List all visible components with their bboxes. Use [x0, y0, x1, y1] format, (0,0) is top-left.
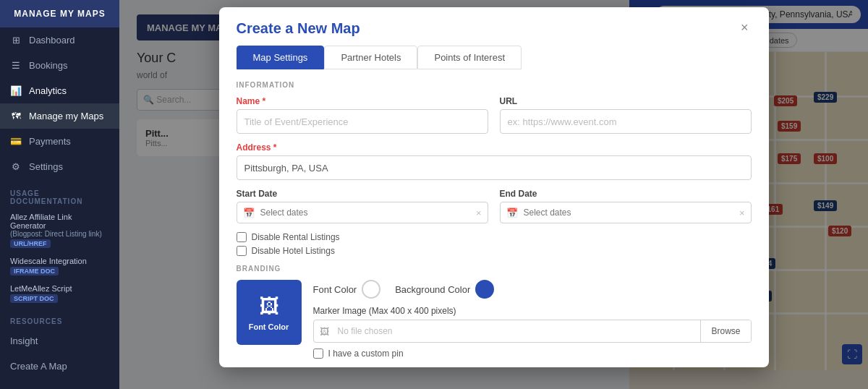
file-placeholder: No file chosen — [335, 326, 701, 336]
payments-icon: 💳 — [10, 136, 22, 147]
disable-rental-label: Disable Rental Listings — [252, 232, 340, 242]
analytics-icon: 📊 — [10, 85, 22, 96]
font-color-option: Font Color — [313, 280, 381, 299]
color-preview-label: Font Color — [249, 322, 289, 331]
start-date-input[interactable] — [260, 202, 470, 223]
modal-close-button[interactable]: × — [738, 20, 752, 35]
font-color-picker[interactable] — [362, 280, 380, 299]
sidebar-item-settings[interactable]: ⚙ Settings — [0, 154, 119, 179]
widescale-label: Widescale Integration — [10, 257, 109, 265]
name-label: Name * — [237, 96, 488, 106]
address-group: Address * — [237, 142, 752, 180]
sidebar-nav: ⊞ Dashboard ☰ Bookings 📊 Analytics 🗺 Man… — [0, 27, 119, 389]
font-color-label: Font Color — [313, 284, 357, 295]
color-preview-box: 🖼 Font Color — [237, 280, 302, 345]
calendar-icon-end: 📅 — [501, 208, 524, 218]
tab-partner-hotels[interactable]: Partner Hotels — [324, 46, 417, 69]
background-color-picker[interactable] — [475, 280, 494, 299]
letme-label: LetMeAllez Script — [10, 284, 109, 293]
settings-icon: ⚙ — [10, 161, 22, 172]
disable-rental-checkbox[interactable]: Disable Rental Listings — [237, 232, 752, 242]
address-input[interactable] — [237, 155, 752, 180]
file-input-row: 🖼 No file chosen Browse — [313, 320, 752, 343]
tab-map-settings[interactable]: Map Settings — [237, 46, 325, 69]
image-icon: 🖼 — [259, 294, 279, 318]
start-date-group: Start Date 📅 × — [237, 189, 488, 223]
create-map-label: Create A Map — [10, 361, 67, 372]
checkbox-row: Disable Rental Listings Disable Hotel Li… — [237, 232, 752, 256]
dashboard-icon: ⊞ — [10, 35, 22, 46]
color-row: Font Color Background Color — [313, 280, 752, 299]
name-group: Name * — [237, 96, 488, 134]
sidebar-item-create-map[interactable]: Create A Map — [0, 354, 119, 379]
address-label: Address * — [237, 142, 752, 153]
marker-row: Marker Image (Max 400 x 400 pixels) 🖼 No… — [313, 306, 752, 343]
affiliate-badge: URL/HREF — [10, 239, 51, 248]
widescale-badge: IFRAME DOC — [10, 267, 59, 275]
start-date-clear-button[interactable]: × — [470, 208, 488, 218]
disable-hotel-input[interactable] — [237, 246, 247, 256]
branding-options: Font Color Background Color Marker Image… — [313, 280, 752, 359]
modal-header: Create a New Map × — [219, 7, 769, 37]
modal-tabs: Map Settings Partner Hotels Points of In… — [219, 37, 769, 69]
branding-row: 🖼 Font Color Font Color Background Color — [237, 280, 752, 359]
start-date-label: Start Date — [237, 189, 488, 199]
url-group: URL — [500, 96, 752, 134]
information-section-label: INFORMATION — [237, 81, 752, 89]
disable-rental-input[interactable] — [237, 232, 247, 242]
sidebar-item-label: Bookings — [29, 60, 67, 71]
sidebar-item-manage-maps[interactable]: 🗺 Manage my Maps — [0, 103, 119, 129]
end-date-input[interactable] — [524, 202, 733, 223]
end-date-clear-button[interactable]: × — [733, 208, 751, 218]
custom-pin-input[interactable] — [313, 349, 323, 359]
browse-button[interactable]: Browse — [700, 320, 750, 342]
end-date-input-wrap: 📅 × — [500, 202, 752, 223]
sidebar: MANAGE MY MAPS ⊞ Dashboard ☰ Bookings 📊 … — [0, 0, 119, 389]
sidebar-item-bookings[interactable]: ☰ Bookings — [0, 53, 119, 78]
modal-title: Create a New Map — [237, 20, 360, 37]
main-area: 🌐 Filters 👥 2 Guests Select dates $70 $2… — [119, 0, 868, 389]
insight-label: Insight — [10, 335, 38, 346]
name-url-row: Name * URL — [237, 96, 752, 134]
modal-body: INFORMATION Name * URL Address * — [219, 69, 769, 367]
usage-item-widescale[interactable]: Widescale Integration IFRAME DOC — [0, 252, 119, 280]
end-date-group: End Date 📅 × — [500, 189, 752, 223]
marker-label: Marker Image (Max 400 x 400 pixels) — [313, 306, 752, 316]
background-color-label: Background Color — [395, 284, 470, 295]
custom-pin-checkbox[interactable]: I have a custom pin — [313, 349, 752, 359]
custom-pin-label: I have a custom pin — [328, 349, 404, 359]
disable-hotel-checkbox[interactable]: Disable Hotel Listings — [237, 246, 752, 256]
sidebar-item-label: Dashboard — [29, 35, 75, 46]
create-map-modal: Create a New Map × Map Settings Partner … — [219, 7, 769, 367]
sidebar-logo: MANAGE MY MAPS — [0, 0, 119, 27]
calendar-icon: 📅 — [237, 208, 260, 218]
maps-icon: 🗺 — [10, 111, 22, 121]
sidebar-item-label: Manage my Maps — [29, 111, 103, 121]
sidebar-item-payments[interactable]: 💳 Payments — [0, 129, 119, 154]
sidebar-item-label: Payments — [29, 136, 71, 147]
file-icon: 🖼 — [314, 326, 335, 337]
start-date-input-wrap: 📅 × — [237, 202, 488, 223]
resources-section-title: RESOURCES — [0, 307, 119, 328]
branding-section-label: BRANDING — [237, 265, 752, 273]
name-input[interactable] — [237, 109, 488, 134]
sidebar-item-label: Settings — [29, 161, 63, 172]
sidebar-item-insight[interactable]: Insight — [0, 328, 119, 354]
url-label: URL — [500, 96, 752, 106]
letme-badge: SCRIPT DOC — [10, 294, 58, 303]
sidebar-item-analytics[interactable]: 📊 Analytics — [0, 78, 119, 103]
sidebar-item-label: Analytics — [29, 85, 67, 96]
sidebar-item-dashboard[interactable]: ⊞ Dashboard — [0, 27, 119, 53]
bookings-icon: ☰ — [10, 60, 22, 71]
affiliate-label: Allez Affiliate Link Generator — [10, 213, 109, 230]
usage-item-affiliate[interactable]: Allez Affiliate Link Generator (Blogpost… — [0, 208, 119, 252]
end-date-label: End Date — [500, 189, 752, 199]
usage-item-letme[interactable]: LetMeAllez Script SCRIPT DOC — [0, 280, 119, 307]
date-row: Start Date 📅 × End Date 📅 × — [237, 189, 752, 223]
tab-points-interest[interactable]: Points of Interest — [417, 46, 522, 69]
url-input[interactable] — [500, 109, 752, 134]
disable-hotel-label: Disable Hotel Listings — [252, 246, 335, 256]
affiliate-sublabel: (Blogpost: Direct Listing link) — [10, 230, 109, 238]
background-color-option: Background Color — [395, 280, 494, 299]
usage-section-title: USAGE DOCUMENTATION — [0, 179, 119, 208]
